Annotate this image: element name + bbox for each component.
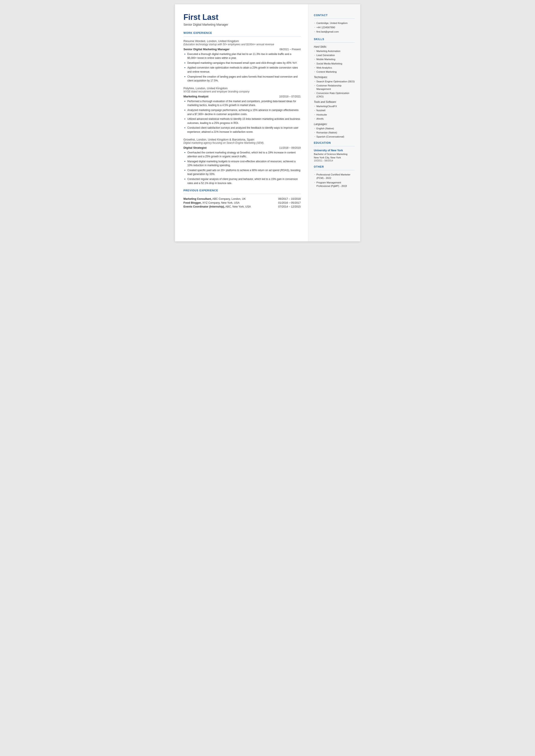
- resume-page: First Last Senior Digital Marketing Mana…: [175, 4, 360, 241]
- job-1-header: Senior Digital Marketing Manager 08/2021…: [183, 48, 301, 51]
- job-2-date: 10/2019 – 07/2021: [279, 95, 300, 98]
- skills-section: SKILLS Hard Skills: Marketing Automation…: [314, 38, 355, 138]
- contact-title: CONTACT: [314, 14, 355, 17]
- bullet: Applied conversion rate optimization met…: [183, 66, 301, 74]
- skill: Social Media Marketing: [314, 62, 355, 65]
- bullet: Conducted regular analysis of client jou…: [183, 177, 301, 185]
- job-2-bullets: Performed a thorough evaluation of the m…: [183, 99, 301, 134]
- work-divider: [183, 36, 301, 37]
- techniques-label: Techniques:: [314, 76, 355, 79]
- previous-experience-title: PREVIOUS EXPERIENCE: [183, 189, 301, 192]
- prev-job-3-date: 07/2014 – 12/2015: [269, 205, 301, 209]
- prev-job-2-role: Food Blogger, XYZ Company, New York, USA: [183, 201, 269, 205]
- prev-job-1: Marketing Consultant, ABC Company, Londo…: [183, 197, 301, 201]
- bullet: Executed a thorough digital marketing pl…: [183, 52, 301, 60]
- other-item-1: Professional Certified Marketer (PCM) - …: [314, 173, 355, 180]
- prev-divider: [183, 194, 301, 194]
- company-2-name: Polyhire, London, United Kingdom: [183, 87, 301, 90]
- left-column: First Last Senior Digital Marketing Mana…: [175, 4, 309, 241]
- job-3-date: 11/2018 – 09/2019: [279, 146, 300, 149]
- candidate-title: Senior Digital Marketing Manager: [183, 23, 301, 26]
- languages-label: Languages:: [314, 123, 355, 126]
- tool: Hootsuite: [314, 113, 355, 116]
- job-1: Resume Worded, London, United Kingdom Ed…: [183, 40, 301, 83]
- bullet: Created specific paid ads on 20+ platfor…: [183, 168, 301, 176]
- company-3-name: Growthsi, London, United Kingdom & Barce…: [183, 138, 301, 141]
- company-3-desc: Digital marketing agency focusing on Sea…: [183, 141, 301, 144]
- prev-job-2: Food Blogger, XYZ Company, New York, USA…: [183, 201, 301, 205]
- bullet: Championed the creation of landing pages…: [183, 75, 301, 83]
- tool: MarketingCloudFX: [314, 104, 355, 108]
- edu-dates: 10/2011 - 06/2014: [314, 159, 355, 162]
- skill: Mobile Marketing: [314, 58, 355, 61]
- job-3-bullets: Overhauled the content marketing strateg…: [183, 151, 301, 185]
- language: English (Native): [314, 127, 355, 130]
- skill: Web Analytics: [314, 66, 355, 70]
- skills-title: SKILLS: [314, 38, 355, 41]
- job-3-header: Digital Strategist 11/2018 – 09/2019: [183, 146, 301, 149]
- job-3: Growthsi, London, United Kingdom & Barce…: [183, 138, 301, 185]
- edu-school: University of New York: [314, 149, 355, 152]
- company-1-name: Resume Worded, London, United Kingdom: [183, 40, 301, 43]
- right-column: CONTACT Cambridge, United Kingdom +44 12…: [309, 4, 360, 241]
- job-2-header: Marketing Analyst 10/2019 – 07/2021: [183, 95, 301, 98]
- work-experience-section: WORK EXPERIENCE Resume Worded, London, U…: [183, 32, 301, 185]
- skill: Lead Generation: [314, 53, 355, 57]
- bullet: Performed a thorough evaluation of the m…: [183, 99, 301, 107]
- skill: Content Marketing: [314, 70, 355, 73]
- tool: Ahrefs: [314, 117, 355, 121]
- company-2-desc: NYSE-listed recruitment and employer bra…: [183, 90, 301, 93]
- contact-item-2: +44 1234567890: [314, 26, 355, 29]
- languages-list: English (Native) Romanian (Native) Spani…: [314, 127, 355, 138]
- contact-item-3: first.last@gmail.com: [314, 30, 355, 33]
- contact-section: CONTACT Cambridge, United Kingdom +44 12…: [314, 14, 355, 33]
- contact-divider: [314, 18, 355, 19]
- technique: Customer Relationship Management: [314, 84, 355, 91]
- bullet: Developed marketing campaigns that incre…: [183, 61, 301, 65]
- other-item-2: Program Management Professional (PgMP) -…: [314, 181, 355, 188]
- other-title: OTHER: [314, 165, 355, 168]
- contact-item-1: Cambridge, United Kingdom: [314, 21, 355, 25]
- previous-exp-table: Marketing Consultant, ABC Company, Londo…: [183, 197, 301, 209]
- job-2: Polyhire, London, United Kingdom NYSE-li…: [183, 87, 301, 134]
- language: Romanian (Native): [314, 131, 355, 134]
- education-title: EDUCATION: [314, 141, 355, 144]
- job-1-title: Senior Digital Marketing Manager: [183, 48, 230, 51]
- prev-job-1-date: 06/2017 – 10/2018: [269, 197, 301, 201]
- job-1-date: 08/2021 – Present: [279, 48, 300, 51]
- bullet: Conducted client satisfaction surveys an…: [183, 126, 301, 134]
- hard-skills-label: Hard Skills:: [314, 45, 355, 48]
- skills-divider: [314, 42, 355, 43]
- prev-job-2-date: 01/2016 – 05/2017: [269, 201, 301, 205]
- language: Spanish (Conversational): [314, 135, 355, 138]
- education-section: EDUCATION University of New York Bachelo…: [314, 141, 355, 162]
- other-divider: [314, 170, 355, 170]
- edu-degree: Bachelor of Science Marketing: [314, 153, 355, 156]
- work-experience-title: WORK EXPERIENCE: [183, 32, 301, 35]
- other-section: OTHER Professional Certified Marketer (P…: [314, 165, 355, 188]
- hard-skills-list: Marketing Automation Lead Generation Mob…: [314, 49, 355, 73]
- techniques-list: Search Engine Optimization (SEO) Custome…: [314, 80, 355, 98]
- edu-block: University of New York Bachelor of Scien…: [314, 149, 355, 162]
- skill: Marketing Automation: [314, 49, 355, 53]
- technique: Search Engine Optimization (SEO): [314, 80, 355, 83]
- bullet: Analyzed marketing campaign performance,…: [183, 108, 301, 116]
- candidate-name: First Last: [183, 13, 301, 21]
- prev-job-3: Events Coordinator (Internship), ABC, Ne…: [183, 205, 301, 209]
- company-1-desc: Education technology startup with 50+ em…: [183, 43, 301, 46]
- job-3-title: Digital Strategist: [183, 146, 207, 149]
- technique: Conversion Rate Optimization (CRO): [314, 91, 355, 98]
- contact-list: Cambridge, United Kingdom +44 1234567890…: [314, 21, 355, 33]
- prev-job-1-role: Marketing Consultant, ABC Company, Londo…: [183, 197, 269, 201]
- previous-experience-section: PREVIOUS EXPERIENCE Marketing Consultant…: [183, 189, 301, 209]
- job-2-title: Marketing Analyst: [183, 95, 209, 98]
- job-1-bullets: Executed a thorough digital marketing pl…: [183, 52, 301, 83]
- tool: Nutshell: [314, 109, 355, 112]
- bullet: Managed digital marketing budgets to ens…: [183, 159, 301, 167]
- edu-location: New York City, New York: [314, 156, 355, 159]
- prev-job-3-role: Events Coordinator (Internship), ABC, Ne…: [183, 205, 269, 209]
- other-list: Professional Certified Marketer (PCM) - …: [314, 173, 355, 188]
- tools-label: Tools and Software:: [314, 100, 355, 103]
- tools-list: MarketingCloudFX Nutshell Hootsuite Ahre…: [314, 104, 355, 120]
- bullet: Overhauled the content marketing strateg…: [183, 151, 301, 159]
